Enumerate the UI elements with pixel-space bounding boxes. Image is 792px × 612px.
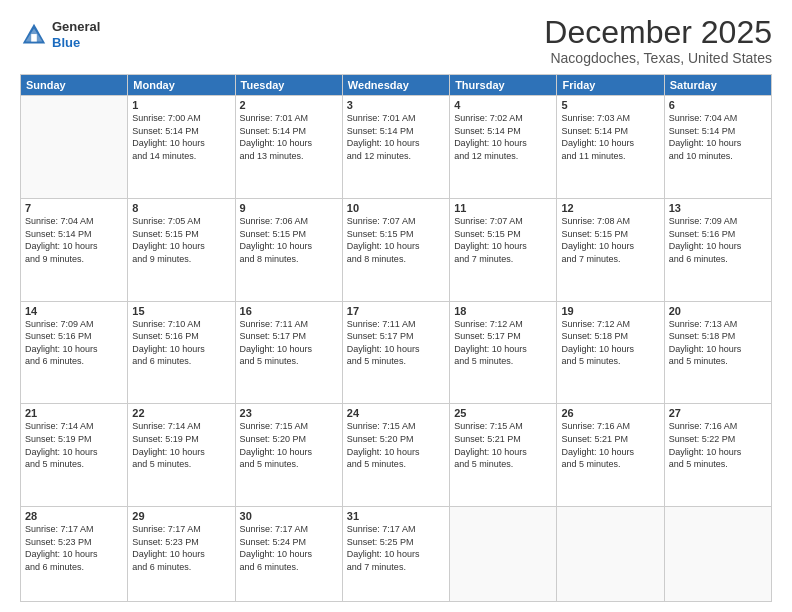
col-monday: Monday xyxy=(128,75,235,96)
calendar-cell: 29Sunrise: 7:17 AM Sunset: 5:23 PM Dayli… xyxy=(128,507,235,602)
calendar-cell: 17Sunrise: 7:11 AM Sunset: 5:17 PM Dayli… xyxy=(342,301,449,404)
calendar-cell xyxy=(557,507,664,602)
day-info: Sunrise: 7:14 AM Sunset: 5:19 PM Dayligh… xyxy=(132,420,230,470)
calendar-cell: 30Sunrise: 7:17 AM Sunset: 5:24 PM Dayli… xyxy=(235,507,342,602)
day-info: Sunrise: 7:16 AM Sunset: 5:21 PM Dayligh… xyxy=(561,420,659,470)
col-friday: Friday xyxy=(557,75,664,96)
day-number: 4 xyxy=(454,99,552,111)
logo-blue: Blue xyxy=(52,35,80,50)
calendar-cell: 20Sunrise: 7:13 AM Sunset: 5:18 PM Dayli… xyxy=(664,301,771,404)
logo-icon xyxy=(20,21,48,49)
month-title: December 2025 xyxy=(544,15,772,50)
calendar-cell: 7Sunrise: 7:04 AM Sunset: 5:14 PM Daylig… xyxy=(21,198,128,301)
day-number: 27 xyxy=(669,407,767,419)
calendar-cell: 26Sunrise: 7:16 AM Sunset: 5:21 PM Dayli… xyxy=(557,404,664,507)
day-info: Sunrise: 7:11 AM Sunset: 5:17 PM Dayligh… xyxy=(240,318,338,368)
calendar-cell: 2Sunrise: 7:01 AM Sunset: 5:14 PM Daylig… xyxy=(235,96,342,199)
day-number: 23 xyxy=(240,407,338,419)
calendar-cell: 3Sunrise: 7:01 AM Sunset: 5:14 PM Daylig… xyxy=(342,96,449,199)
calendar-cell: 27Sunrise: 7:16 AM Sunset: 5:22 PM Dayli… xyxy=(664,404,771,507)
calendar-cell: 4Sunrise: 7:02 AM Sunset: 5:14 PM Daylig… xyxy=(450,96,557,199)
day-info: Sunrise: 7:12 AM Sunset: 5:17 PM Dayligh… xyxy=(454,318,552,368)
calendar-cell xyxy=(450,507,557,602)
title-block: December 2025 Nacogdoches, Texas, United… xyxy=(544,15,772,66)
day-number: 1 xyxy=(132,99,230,111)
day-number: 24 xyxy=(347,407,445,419)
day-number: 31 xyxy=(347,510,445,522)
day-number: 15 xyxy=(132,305,230,317)
day-number: 7 xyxy=(25,202,123,214)
day-number: 21 xyxy=(25,407,123,419)
week-row-2: 7Sunrise: 7:04 AM Sunset: 5:14 PM Daylig… xyxy=(21,198,772,301)
day-info: Sunrise: 7:11 AM Sunset: 5:17 PM Dayligh… xyxy=(347,318,445,368)
week-row-5: 28Sunrise: 7:17 AM Sunset: 5:23 PM Dayli… xyxy=(21,507,772,602)
day-number: 5 xyxy=(561,99,659,111)
logo-text: General Blue xyxy=(52,19,100,50)
day-info: Sunrise: 7:17 AM Sunset: 5:24 PM Dayligh… xyxy=(240,523,338,573)
col-saturday: Saturday xyxy=(664,75,771,96)
week-row-4: 21Sunrise: 7:14 AM Sunset: 5:19 PM Dayli… xyxy=(21,404,772,507)
day-info: Sunrise: 7:07 AM Sunset: 5:15 PM Dayligh… xyxy=(347,215,445,265)
calendar-cell: 16Sunrise: 7:11 AM Sunset: 5:17 PM Dayli… xyxy=(235,301,342,404)
logo: General Blue xyxy=(20,19,100,50)
col-tuesday: Tuesday xyxy=(235,75,342,96)
day-number: 14 xyxy=(25,305,123,317)
day-info: Sunrise: 7:15 AM Sunset: 5:20 PM Dayligh… xyxy=(347,420,445,470)
calendar-cell: 9Sunrise: 7:06 AM Sunset: 5:15 PM Daylig… xyxy=(235,198,342,301)
day-info: Sunrise: 7:01 AM Sunset: 5:14 PM Dayligh… xyxy=(347,112,445,162)
day-number: 22 xyxy=(132,407,230,419)
day-info: Sunrise: 7:13 AM Sunset: 5:18 PM Dayligh… xyxy=(669,318,767,368)
day-info: Sunrise: 7:05 AM Sunset: 5:15 PM Dayligh… xyxy=(132,215,230,265)
day-info: Sunrise: 7:02 AM Sunset: 5:14 PM Dayligh… xyxy=(454,112,552,162)
calendar-table: Sunday Monday Tuesday Wednesday Thursday… xyxy=(20,74,772,602)
day-info: Sunrise: 7:17 AM Sunset: 5:25 PM Dayligh… xyxy=(347,523,445,573)
day-info: Sunrise: 7:15 AM Sunset: 5:21 PM Dayligh… xyxy=(454,420,552,470)
calendar-cell: 22Sunrise: 7:14 AM Sunset: 5:19 PM Dayli… xyxy=(128,404,235,507)
day-info: Sunrise: 7:16 AM Sunset: 5:22 PM Dayligh… xyxy=(669,420,767,470)
calendar-cell: 12Sunrise: 7:08 AM Sunset: 5:15 PM Dayli… xyxy=(557,198,664,301)
day-info: Sunrise: 7:01 AM Sunset: 5:14 PM Dayligh… xyxy=(240,112,338,162)
day-number: 19 xyxy=(561,305,659,317)
calendar-cell xyxy=(21,96,128,199)
header-row: Sunday Monday Tuesday Wednesday Thursday… xyxy=(21,75,772,96)
calendar-cell: 8Sunrise: 7:05 AM Sunset: 5:15 PM Daylig… xyxy=(128,198,235,301)
day-number: 6 xyxy=(669,99,767,111)
svg-rect-2 xyxy=(31,34,37,41)
calendar-cell: 24Sunrise: 7:15 AM Sunset: 5:20 PM Dayli… xyxy=(342,404,449,507)
day-info: Sunrise: 7:09 AM Sunset: 5:16 PM Dayligh… xyxy=(25,318,123,368)
day-number: 16 xyxy=(240,305,338,317)
location: Nacogdoches, Texas, United States xyxy=(544,50,772,66)
week-row-1: 1Sunrise: 7:00 AM Sunset: 5:14 PM Daylig… xyxy=(21,96,772,199)
day-number: 10 xyxy=(347,202,445,214)
col-sunday: Sunday xyxy=(21,75,128,96)
day-info: Sunrise: 7:06 AM Sunset: 5:15 PM Dayligh… xyxy=(240,215,338,265)
day-number: 20 xyxy=(669,305,767,317)
calendar-cell: 18Sunrise: 7:12 AM Sunset: 5:17 PM Dayli… xyxy=(450,301,557,404)
day-info: Sunrise: 7:03 AM Sunset: 5:14 PM Dayligh… xyxy=(561,112,659,162)
calendar-cell: 10Sunrise: 7:07 AM Sunset: 5:15 PM Dayli… xyxy=(342,198,449,301)
calendar-cell: 28Sunrise: 7:17 AM Sunset: 5:23 PM Dayli… xyxy=(21,507,128,602)
calendar-cell: 19Sunrise: 7:12 AM Sunset: 5:18 PM Dayli… xyxy=(557,301,664,404)
day-info: Sunrise: 7:00 AM Sunset: 5:14 PM Dayligh… xyxy=(132,112,230,162)
day-number: 13 xyxy=(669,202,767,214)
day-info: Sunrise: 7:17 AM Sunset: 5:23 PM Dayligh… xyxy=(25,523,123,573)
col-wednesday: Wednesday xyxy=(342,75,449,96)
day-info: Sunrise: 7:04 AM Sunset: 5:14 PM Dayligh… xyxy=(25,215,123,265)
day-number: 11 xyxy=(454,202,552,214)
day-info: Sunrise: 7:07 AM Sunset: 5:15 PM Dayligh… xyxy=(454,215,552,265)
header: General Blue December 2025 Nacogdoches, … xyxy=(20,15,772,66)
day-info: Sunrise: 7:04 AM Sunset: 5:14 PM Dayligh… xyxy=(669,112,767,162)
day-number: 29 xyxy=(132,510,230,522)
calendar-cell: 31Sunrise: 7:17 AM Sunset: 5:25 PM Dayli… xyxy=(342,507,449,602)
calendar-cell: 5Sunrise: 7:03 AM Sunset: 5:14 PM Daylig… xyxy=(557,96,664,199)
calendar-cell: 23Sunrise: 7:15 AM Sunset: 5:20 PM Dayli… xyxy=(235,404,342,507)
day-number: 30 xyxy=(240,510,338,522)
day-info: Sunrise: 7:08 AM Sunset: 5:15 PM Dayligh… xyxy=(561,215,659,265)
week-row-3: 14Sunrise: 7:09 AM Sunset: 5:16 PM Dayli… xyxy=(21,301,772,404)
day-number: 2 xyxy=(240,99,338,111)
calendar-cell: 11Sunrise: 7:07 AM Sunset: 5:15 PM Dayli… xyxy=(450,198,557,301)
calendar-cell: 6Sunrise: 7:04 AM Sunset: 5:14 PM Daylig… xyxy=(664,96,771,199)
day-number: 26 xyxy=(561,407,659,419)
day-info: Sunrise: 7:10 AM Sunset: 5:16 PM Dayligh… xyxy=(132,318,230,368)
logo-general: General xyxy=(52,19,100,34)
